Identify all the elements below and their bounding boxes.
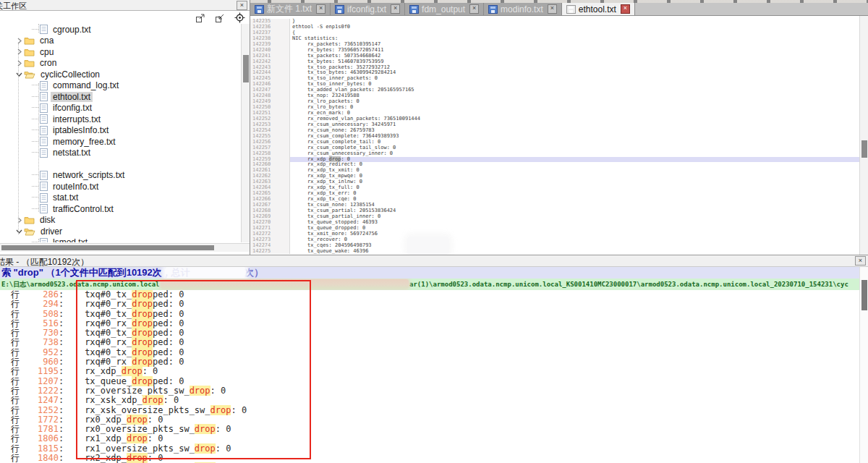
tab-ethtool.txt[interactable]: ethtool.txt× — [562, 3, 635, 15]
result-line-prefix: 行 — [11, 367, 21, 376]
result-line-number: 1207 — [21, 377, 59, 386]
path-redaction-overlay — [161, 279, 409, 289]
tree-item-netstat.txt[interactable]: netstat.txt — [0, 148, 241, 159]
tree-item-command_log.txt[interactable]: command_log.txt — [0, 80, 241, 92]
result-colon: : — [59, 415, 64, 425]
tree-item-memory_free.txt[interactable]: memory_free.txt — [0, 136, 241, 148]
workspace-panel: 关工作区 × cgroup.txtcnacpucroncyclicCollect… — [0, 0, 250, 252]
result-row[interactable]: 行1772: rx0_xdp_drop: 0 — [0, 415, 859, 425]
result-row[interactable]: 行516: rxq#0_rx_dropped: 0 — [0, 319, 859, 328]
result-colon: : — [59, 454, 64, 463]
result-text: rx0_xdp_drop: 0 — [64, 415, 163, 425]
result-row[interactable]: 行294: rxq#0_rx_dropped: 0 — [0, 300, 859, 309]
tree-item-driver[interactable]: driver — [0, 226, 241, 237]
result-row[interactable]: 行1247: rx_xsk_xdp_drop: 0 — [0, 396, 859, 405]
tree-item-ethtool.txt[interactable]: ethtool.txt — [0, 91, 241, 103]
result-row[interactable]: 行286: txq#0_tx_dropped: 0 — [0, 290, 859, 300]
editor-vertical-scrollbar[interactable] — [859, 16, 868, 255]
result-row[interactable]: 行1252: rx_xsk_oversize_pkts_sw_drop: 0 — [0, 406, 859, 415]
tab-close-icon[interactable]: × — [621, 4, 630, 14]
tree-item-cyclicCollection[interactable]: cyclicCollection — [0, 69, 241, 80]
chevron-right-icon[interactable] — [14, 48, 24, 55]
result-row[interactable]: 行1207: tx_queue_dropped: 0 — [0, 377, 859, 386]
tab-close-icon[interactable]: × — [469, 4, 479, 14]
folder-icon — [24, 216, 35, 224]
expand-all-icon[interactable] — [195, 12, 206, 23]
selected-word: drop — [329, 156, 341, 162]
locate-file-icon[interactable] — [234, 12, 245, 23]
editor-line[interactable]: 142236ethtool -S enp1s0f0 — [250, 25, 860, 30]
tree-item-network_scripts.txt[interactable]: network_scripts.txt — [0, 170, 241, 182]
result-colon: : — [59, 290, 64, 300]
tab-modinfo.txt[interactable]: modinfo.txt× — [484, 3, 562, 15]
results-close-icon[interactable]: × — [855, 256, 866, 266]
tree-connector — [32, 186, 38, 187]
result-row[interactable]: 行1195: rx_xdp_drop: 0 — [0, 367, 859, 376]
tree-guide-line — [18, 43, 19, 234]
tree-item-disk[interactable]: disk — [0, 215, 241, 226]
result-line-prefix: 行 — [11, 357, 21, 367]
file-icon — [40, 103, 48, 113]
result-row[interactable]: 行730: txq#0_tx_dropped: 0 — [0, 328, 859, 338]
tree-item-routeInfo.txt[interactable]: routeInfo.txt — [0, 181, 241, 192]
file-icon — [40, 114, 48, 124]
tree-item-label: iptablesInfo.txt — [51, 125, 111, 135]
result-row[interactable]: 行738: rxq#0_rx_dropped: 0 — [0, 338, 859, 347]
result-line-number: 1247 — [21, 396, 59, 405]
result-text: rx_xsk_xdp_drop: 0 — [64, 396, 179, 405]
result-row[interactable]: 行952: txq#0_tx_dropped: 0 — [0, 348, 859, 357]
folder-open-icon — [24, 227, 35, 236]
result-row[interactable]: 行1815: rx1_oversize_pkts_sw_drop: 0 — [0, 444, 859, 454]
tab-close-icon[interactable]: × — [316, 4, 326, 14]
line-text: } — [290, 19, 860, 25]
editor-line[interactable]: 142275 tx_queue_wake: 46396 — [250, 249, 860, 255]
tree-item-cgroup.txt[interactable]: cgroup.txt — [0, 24, 241, 35]
line-text: rx_xdp_tx_cqe: 0 — [290, 197, 860, 203]
tree-item-stat.txt[interactable]: stat.txt — [0, 192, 241, 204]
tab-close-icon[interactable]: × — [548, 4, 557, 14]
tree-item-label: ethtool.txt — [51, 92, 93, 102]
tree-connector — [32, 141, 38, 143]
result-row[interactable]: 行508: txq#0_tx_dropped: 0 — [0, 310, 859, 319]
search-results-panel: 结果 - （匹配10192次） × 索 "drop" （1个文件中匹配到1019… — [0, 255, 868, 463]
result-line-prefix: 行 — [11, 310, 21, 319]
tab-ifconfig.txt[interactable]: ifconfig.txt× — [331, 3, 405, 15]
collapse-all-icon[interactable] — [214, 12, 226, 23]
result-line-prefix: 行 — [11, 338, 21, 347]
tree-item-ifconfig.txt[interactable]: ifconfig.txt — [0, 103, 241, 114]
result-file-path-row[interactable]: E:\日志\armod0523.odata.ncmp.unicom.local … — [0, 279, 859, 290]
editor-line[interactable]: 142237{ — [250, 30, 860, 36]
tree-item-cna[interactable]: cna — [0, 35, 241, 47]
tree-item-trafficControl.txt[interactable]: trafficControl.txt — [0, 203, 241, 215]
result-row[interactable]: 行1222: rx_oversize_pkts_sw_drop: 0 — [0, 386, 859, 396]
chevron-right-icon[interactable] — [14, 60, 24, 67]
tree-item-lsmod.txt[interactable]: lsmod.txt — [0, 237, 241, 243]
result-file-path-suffix: ar(1)\armod0523.odata.ncmp.unicom.local_… — [409, 279, 848, 290]
tree-item-iptablesInfo.txt[interactable]: iptablesInfo.txt — [0, 125, 241, 137]
result-row[interactable]: 行1781: rx0_oversize_pkts_sw_drop: 0 — [0, 425, 859, 434]
result-row[interactable]: 行1840: rx2_xdp_drop: 0 — [0, 454, 859, 463]
folder-icon — [24, 36, 35, 45]
chevron-down-icon[interactable] — [14, 228, 24, 234]
editor-content[interactable]: 142235}142236ethtool -S enp1s0f0142237{1… — [250, 16, 860, 255]
results-vertical-scrollbar-thumb[interactable] — [861, 280, 867, 310]
search-summary-row[interactable]: 索 "drop" （1个文件中匹配到10192次，总计 次） — [0, 267, 859, 279]
chevron-right-icon[interactable] — [14, 217, 24, 224]
result-row[interactable]: 行1806: rx1_xdp_drop: 0 — [0, 434, 859, 443]
chevron-right-icon[interactable] — [14, 38, 24, 44]
tree-item-interrupts.txt[interactable]: interrupts.txt — [0, 114, 241, 125]
tree-item-cpu[interactable]: cpu — [0, 46, 241, 58]
tree-item-label: driver — [38, 226, 64, 237]
tree-item-cron[interactable]: cron — [0, 58, 241, 69]
editor-vertical-scrollbar-thumb[interactable] — [861, 140, 867, 158]
tree-horizontal-scrollbar[interactable] — [0, 243, 250, 252]
tab-fdm_output[interactable]: fdm_output× — [405, 3, 484, 15]
tab-新文件 1.txt[interactable]: 新文件 1.txt× — [250, 3, 331, 15]
result-row[interactable]: 行960: rxq#0_rx_dropped: 0 — [0, 357, 859, 367]
tree-horizontal-scrollbar-thumb[interactable] — [1, 245, 214, 250]
tree-vertical-scrollbar-thumb[interactable] — [243, 55, 249, 82]
workspace-close-icon[interactable]: × — [237, 1, 247, 10]
tab-close-icon[interactable]: × — [391, 4, 400, 14]
chevron-down-icon[interactable] — [14, 71, 24, 77]
results-vertical-scrollbar[interactable] — [859, 267, 868, 463]
